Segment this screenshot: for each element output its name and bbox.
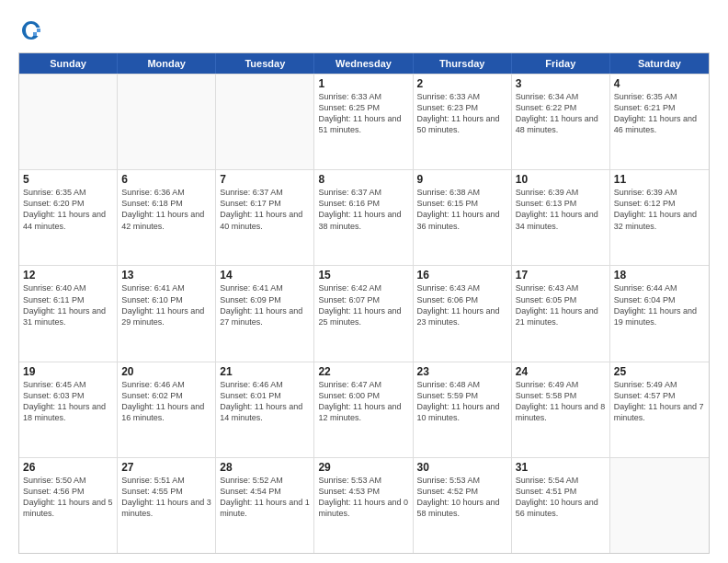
cal-cell-r3-c3: 22Sunrise: 6:47 AM Sunset: 6:00 PM Dayli… — [314, 362, 413, 457]
cal-cell-r1-c3: 8Sunrise: 6:37 AM Sunset: 6:16 PM Daylig… — [314, 170, 413, 265]
cell-day-number: 30 — [417, 461, 507, 474]
cell-info: Sunrise: 6:49 AM Sunset: 5:58 PM Dayligh… — [516, 379, 606, 424]
cell-info: Sunrise: 6:40 AM Sunset: 6:11 PM Dayligh… — [23, 282, 113, 327]
cal-cell-r3-c6: 25Sunrise: 5:49 AM Sunset: 4:57 PM Dayli… — [610, 362, 709, 457]
cell-info: Sunrise: 6:41 AM Sunset: 6:09 PM Dayligh… — [220, 282, 310, 327]
cal-cell-r0-c3: 1Sunrise: 6:33 AM Sunset: 6:25 PM Daylig… — [314, 75, 413, 169]
cal-cell-r2-c4: 16Sunrise: 6:43 AM Sunset: 6:06 PM Dayli… — [414, 266, 512, 361]
cal-cell-r0-c6: 4Sunrise: 6:35 AM Sunset: 6:21 PM Daylig… — [610, 75, 709, 169]
cal-cell-r1-c4: 9Sunrise: 6:38 AM Sunset: 6:15 PM Daylig… — [414, 170, 512, 265]
cal-cell-r4-c5: 31Sunrise: 5:54 AM Sunset: 4:51 PM Dayli… — [512, 458, 610, 553]
cell-info: Sunrise: 5:54 AM Sunset: 4:51 PM Dayligh… — [516, 475, 606, 520]
page: SundayMondayTuesdayWednesdayThursdayFrid… — [0, 0, 728, 563]
cal-cell-r3-c5: 24Sunrise: 6:49 AM Sunset: 5:58 PM Dayli… — [512, 362, 610, 457]
cal-cell-r1-c2: 7Sunrise: 6:37 AM Sunset: 6:17 PM Daylig… — [216, 170, 314, 265]
cell-day-number: 22 — [318, 365, 408, 378]
cell-day-number: 19 — [23, 365, 113, 378]
cal-cell-r2-c0: 12Sunrise: 6:40 AM Sunset: 6:11 PM Dayli… — [19, 266, 118, 361]
cell-day-number: 10 — [516, 173, 606, 186]
cell-day-number: 13 — [121, 269, 211, 282]
cell-info: Sunrise: 6:46 AM Sunset: 6:02 PM Dayligh… — [121, 379, 211, 424]
cell-info: Sunrise: 6:48 AM Sunset: 5:59 PM Dayligh… — [417, 379, 507, 424]
calendar-row-1: 1Sunrise: 6:33 AM Sunset: 6:25 PM Daylig… — [19, 74, 709, 169]
cell-info: Sunrise: 5:53 AM Sunset: 4:52 PM Dayligh… — [417, 475, 507, 520]
calendar-row-3: 12Sunrise: 6:40 AM Sunset: 6:11 PM Dayli… — [19, 265, 709, 361]
calendar-body: 1Sunrise: 6:33 AM Sunset: 6:25 PM Daylig… — [19, 74, 709, 553]
cell-day-number: 4 — [614, 77, 705, 90]
cell-day-number: 25 — [614, 365, 705, 378]
cell-info: Sunrise: 6:34 AM Sunset: 6:22 PM Dayligh… — [516, 91, 606, 136]
cell-day-number: 6 — [121, 173, 211, 186]
cal-cell-r3-c1: 20Sunrise: 6:46 AM Sunset: 6:02 PM Dayli… — [118, 362, 216, 457]
cell-info: Sunrise: 6:43 AM Sunset: 6:06 PM Dayligh… — [417, 282, 507, 327]
calendar-row-4: 19Sunrise: 6:45 AM Sunset: 6:03 PM Dayli… — [19, 362, 709, 457]
cal-cell-r0-c1 — [118, 75, 216, 169]
cell-info: Sunrise: 5:52 AM Sunset: 4:54 PM Dayligh… — [220, 475, 310, 520]
cal-cell-r0-c5: 3Sunrise: 6:34 AM Sunset: 6:22 PM Daylig… — [512, 75, 610, 169]
cell-day-number: 7 — [220, 173, 310, 186]
logo-icon — [18, 17, 44, 43]
cell-day-number: 12 — [23, 269, 113, 282]
cell-info: Sunrise: 6:42 AM Sunset: 6:07 PM Dayligh… — [318, 282, 408, 327]
cal-cell-r2-c5: 17Sunrise: 6:43 AM Sunset: 6:05 PM Dayli… — [512, 266, 610, 361]
cell-info: Sunrise: 6:45 AM Sunset: 6:03 PM Dayligh… — [23, 379, 113, 424]
cal-cell-r0-c4: 2Sunrise: 6:33 AM Sunset: 6:23 PM Daylig… — [414, 75, 512, 169]
cal-cell-r4-c3: 29Sunrise: 5:53 AM Sunset: 4:53 PM Dayli… — [314, 458, 413, 553]
cell-info: Sunrise: 6:43 AM Sunset: 6:05 PM Dayligh… — [516, 282, 606, 327]
cell-day-number: 21 — [220, 365, 310, 378]
cell-day-number: 27 — [121, 461, 211, 474]
cell-info: Sunrise: 6:39 AM Sunset: 6:12 PM Dayligh… — [614, 187, 705, 232]
cell-info: Sunrise: 6:35 AM Sunset: 6:20 PM Dayligh… — [23, 187, 113, 232]
cal-cell-r3-c4: 23Sunrise: 6:48 AM Sunset: 5:59 PM Dayli… — [414, 362, 512, 457]
cell-day-number: 9 — [417, 173, 507, 186]
cell-info: Sunrise: 6:37 AM Sunset: 6:17 PM Dayligh… — [220, 187, 310, 232]
cell-day-number: 8 — [318, 173, 408, 186]
cell-day-number: 11 — [614, 173, 705, 186]
header — [18, 14, 710, 43]
cal-cell-r0-c0 — [19, 75, 118, 169]
cal-cell-r2-c3: 15Sunrise: 6:42 AM Sunset: 6:07 PM Dayli… — [314, 266, 413, 361]
cell-info: Sunrise: 6:36 AM Sunset: 6:18 PM Dayligh… — [121, 187, 211, 232]
cell-info: Sunrise: 6:33 AM Sunset: 6:25 PM Dayligh… — [318, 91, 408, 136]
cell-info: Sunrise: 6:47 AM Sunset: 6:00 PM Dayligh… — [318, 379, 408, 424]
header-day-wednesday: Wednesday — [314, 53, 413, 74]
cal-cell-r4-c4: 30Sunrise: 5:53 AM Sunset: 4:52 PM Dayli… — [414, 458, 512, 553]
cal-cell-r2-c6: 18Sunrise: 6:44 AM Sunset: 6:04 PM Dayli… — [610, 266, 709, 361]
cell-info: Sunrise: 6:38 AM Sunset: 6:15 PM Dayligh… — [417, 187, 507, 232]
calendar-row-5: 26Sunrise: 5:50 AM Sunset: 4:56 PM Dayli… — [19, 457, 709, 553]
cell-day-number: 2 — [417, 77, 507, 90]
header-day-monday: Monday — [118, 53, 216, 74]
calendar-header: SundayMondayTuesdayWednesdayThursdayFrid… — [19, 53, 709, 74]
cell-info: Sunrise: 5:53 AM Sunset: 4:53 PM Dayligh… — [318, 475, 408, 520]
cell-info: Sunrise: 6:46 AM Sunset: 6:01 PM Dayligh… — [220, 379, 310, 424]
cal-cell-r2-c2: 14Sunrise: 6:41 AM Sunset: 6:09 PM Dayli… — [216, 266, 314, 361]
cal-cell-r1-c6: 11Sunrise: 6:39 AM Sunset: 6:12 PM Dayli… — [610, 170, 709, 265]
cell-day-number: 24 — [516, 365, 606, 378]
cell-day-number: 28 — [220, 461, 310, 474]
cell-day-number: 29 — [318, 461, 408, 474]
calendar: SundayMondayTuesdayWednesdayThursdayFrid… — [18, 52, 710, 554]
cell-day-number: 14 — [220, 269, 310, 282]
header-day-thursday: Thursday — [414, 53, 512, 74]
cal-cell-r1-c0: 5Sunrise: 6:35 AM Sunset: 6:20 PM Daylig… — [19, 170, 118, 265]
cell-day-number: 23 — [417, 365, 507, 378]
cell-info: Sunrise: 5:49 AM Sunset: 4:57 PM Dayligh… — [614, 379, 705, 424]
cell-info: Sunrise: 6:41 AM Sunset: 6:10 PM Dayligh… — [121, 282, 211, 327]
cell-info: Sunrise: 6:44 AM Sunset: 6:04 PM Dayligh… — [614, 282, 705, 327]
cell-day-number: 26 — [23, 461, 113, 474]
cell-day-number: 16 — [417, 269, 507, 282]
cell-day-number: 1 — [318, 77, 408, 90]
cell-day-number: 17 — [516, 269, 606, 282]
header-day-sunday: Sunday — [19, 53, 118, 74]
cal-cell-r3-c2: 21Sunrise: 6:46 AM Sunset: 6:01 PM Dayli… — [216, 362, 314, 457]
cal-cell-r3-c0: 19Sunrise: 6:45 AM Sunset: 6:03 PM Dayli… — [19, 362, 118, 457]
cell-info: Sunrise: 6:33 AM Sunset: 6:23 PM Dayligh… — [417, 91, 507, 136]
cell-info: Sunrise: 5:50 AM Sunset: 4:56 PM Dayligh… — [23, 475, 113, 520]
cell-info: Sunrise: 5:51 AM Sunset: 4:55 PM Dayligh… — [121, 475, 211, 520]
cal-cell-r4-c0: 26Sunrise: 5:50 AM Sunset: 4:56 PM Dayli… — [19, 458, 118, 553]
cell-info: Sunrise: 6:39 AM Sunset: 6:13 PM Dayligh… — [516, 187, 606, 232]
cell-day-number: 18 — [614, 269, 705, 282]
logo — [18, 17, 48, 43]
cell-info: Sunrise: 6:35 AM Sunset: 6:21 PM Dayligh… — [614, 91, 705, 136]
cell-day-number: 3 — [516, 77, 606, 90]
